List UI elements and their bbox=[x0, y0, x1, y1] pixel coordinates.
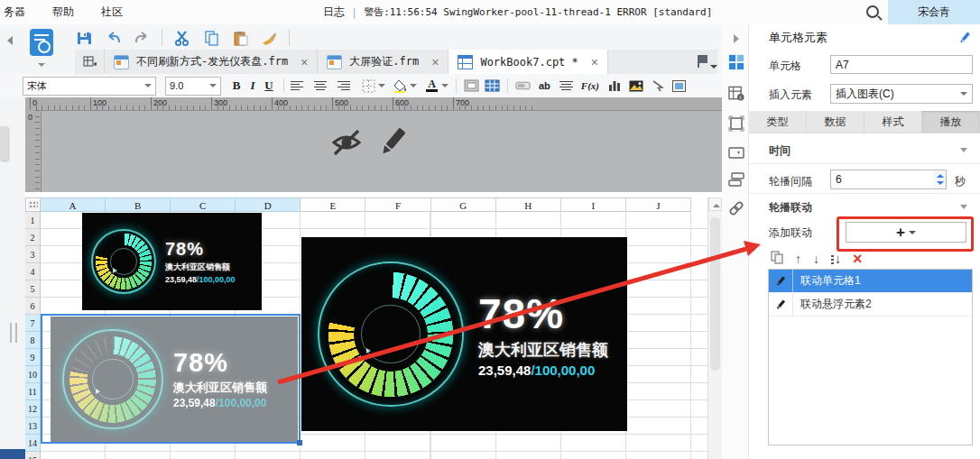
vertical-scrollbar[interactable] bbox=[707, 197, 723, 459]
edit-pencil-icon[interactable] bbox=[769, 270, 793, 292]
user-account-button[interactable]: 宋会青 bbox=[888, 0, 980, 24]
row-header[interactable]: 4 bbox=[25, 263, 41, 280]
condition-attributes-panel-icon[interactable] bbox=[728, 171, 744, 188]
row-header[interactable]: 2 bbox=[25, 229, 41, 246]
gauge-image-cell-b2[interactable]: 78% 澳大利亚区销售额 23,59,48/100,00,00 bbox=[82, 213, 262, 310]
edit-title-pencil-icon[interactable] bbox=[958, 32, 971, 47]
delete-linkage-icon[interactable]: × bbox=[853, 251, 863, 267]
italic-button[interactable]: I bbox=[245, 78, 261, 93]
font-family-select[interactable]: 宋体 bbox=[23, 77, 156, 96]
borders-button[interactable] bbox=[361, 79, 376, 93]
carousel-linkage-section-header[interactable]: 轮播联动 bbox=[769, 200, 812, 216]
panel-tab[interactable]: 样式 bbox=[864, 111, 922, 133]
menu-item[interactable]: 社区 bbox=[101, 5, 123, 20]
scrollbar-thumb[interactable] bbox=[710, 217, 720, 371]
rich-text-button[interactable] bbox=[559, 81, 573, 91]
menu-item[interactable]: 帮助 bbox=[52, 5, 74, 20]
carousel-interval-input[interactable]: 6 bbox=[830, 170, 935, 189]
search-icon[interactable] bbox=[866, 5, 879, 18]
row-header[interactable]: 14 bbox=[25, 435, 41, 452]
column-header[interactable]: A bbox=[41, 197, 106, 212]
row-header[interactable]: 9 bbox=[25, 349, 41, 366]
fill-color-button[interactable] bbox=[393, 79, 408, 93]
bold-button[interactable]: B bbox=[228, 78, 245, 93]
row-header[interactable]: 1 bbox=[25, 212, 41, 229]
redo-button[interactable] bbox=[133, 29, 151, 47]
cell-selection-border[interactable] bbox=[41, 314, 300, 444]
row-header[interactable]: 7 bbox=[25, 315, 41, 332]
format-painter-button[interactable] bbox=[260, 29, 278, 47]
sort-order-icon[interactable]: ↓ bbox=[831, 252, 841, 266]
row-header[interactable]: 11 bbox=[25, 383, 41, 400]
cell-element-panel-icon[interactable] bbox=[728, 54, 744, 70]
column-header[interactable]: E bbox=[300, 197, 365, 212]
document-tab[interactable]: WorkBook7.cpt * × bbox=[448, 50, 608, 74]
image-insert-button[interactable] bbox=[628, 79, 643, 93]
text-content-button[interactable]: ab bbox=[539, 80, 550, 91]
panel-tab[interactable]: 数据 bbox=[807, 111, 864, 133]
collapse-section-icon[interactable] bbox=[960, 148, 967, 152]
align-center-button[interactable] bbox=[314, 81, 327, 91]
column-header[interactable]: J bbox=[626, 197, 691, 212]
hyperlink-panel-icon[interactable] bbox=[728, 200, 744, 216]
panel-drag-handle[interactable] bbox=[0, 126, 8, 161]
column-header[interactable]: I bbox=[561, 197, 626, 212]
save-button[interactable] bbox=[75, 29, 93, 47]
cell-reference-input[interactable]: A7 bbox=[830, 55, 973, 74]
log-label[interactable]: 日志 bbox=[323, 5, 345, 20]
column-header[interactable]: C bbox=[171, 197, 236, 212]
collapse-section-icon[interactable] bbox=[960, 205, 967, 209]
font-size-select[interactable]: 9.0 bbox=[165, 77, 221, 96]
edit-pencil-icon[interactable] bbox=[769, 293, 793, 316]
chart-insert-button[interactable] bbox=[606, 79, 622, 93]
scroll-up-icon[interactable] bbox=[708, 197, 722, 211]
menu-item[interactable]: 务器 bbox=[4, 5, 25, 20]
close-icon[interactable]: × bbox=[300, 55, 308, 69]
column-header[interactable]: B bbox=[106, 197, 171, 212]
cell-attribute-panel-icon[interactable]: i bbox=[728, 86, 744, 102]
panel-tab[interactable]: 类型 bbox=[749, 111, 807, 133]
move-up-icon[interactable]: ↑ bbox=[795, 252, 801, 265]
row-header[interactable]: 3 bbox=[25, 246, 41, 263]
select-all-corner[interactable] bbox=[25, 197, 41, 212]
linkage-list-item[interactable]: 联动单元格1 bbox=[769, 270, 972, 293]
subreport-insert-button[interactable] bbox=[671, 79, 687, 93]
splitter-handle[interactable] bbox=[10, 323, 17, 343]
move-down-icon[interactable]: ↓ bbox=[813, 252, 819, 265]
interval-stepper[interactable] bbox=[934, 170, 947, 189]
template-dropdown-caret-icon[interactable] bbox=[38, 63, 45, 67]
merge-cells-button[interactable] bbox=[464, 79, 479, 93]
hide-area-eye-off-icon[interactable] bbox=[330, 128, 363, 160]
paste-button[interactable] bbox=[231, 29, 249, 47]
tab-list-dropdown-icon[interactable] bbox=[698, 54, 717, 70]
template-report-icon[interactable] bbox=[30, 29, 53, 56]
borders-dropdown-caret-icon[interactable] bbox=[378, 84, 385, 87]
copy-linkage-icon[interactable] bbox=[771, 251, 783, 267]
row-header[interactable]: 10 bbox=[25, 366, 41, 383]
underline-button[interactable]: U bbox=[261, 78, 277, 93]
gauge-image-preview-large[interactable]: 78% 澳大利亚区销售额 23,59,48/100,00,00 bbox=[301, 237, 627, 431]
cut-button[interactable] bbox=[173, 29, 191, 47]
align-left-button[interactable] bbox=[291, 81, 303, 91]
column-header[interactable]: F bbox=[365, 197, 430, 212]
report-header-canvas[interactable] bbox=[25, 97, 722, 192]
column-header[interactable]: H bbox=[496, 197, 561, 212]
font-color-dropdown-caret-icon[interactable] bbox=[441, 84, 448, 87]
align-right-button[interactable] bbox=[337, 81, 350, 91]
fill-color-dropdown-caret-icon[interactable] bbox=[410, 84, 417, 87]
text-field-widget-button[interactable] bbox=[515, 79, 531, 93]
document-tab[interactable]: 大屏验证.frm × bbox=[318, 50, 448, 74]
row-header[interactable]: 5 bbox=[25, 280, 41, 298]
close-icon[interactable]: × bbox=[591, 55, 598, 69]
document-tab[interactable]: 不同刷新方式-发光仪表盘.frm × bbox=[105, 50, 318, 74]
copy-button[interactable] bbox=[202, 29, 220, 47]
row-header[interactable]: 13 bbox=[25, 418, 41, 435]
time-section-header[interactable]: 时间 bbox=[769, 143, 790, 159]
new-template-tab-icon[interactable] bbox=[75, 50, 105, 74]
pointer-tool-icon[interactable] bbox=[650, 79, 665, 93]
font-color-button[interactable]: A bbox=[424, 79, 439, 93]
row-header[interactable]: 8 bbox=[25, 332, 41, 349]
column-header[interactable]: G bbox=[431, 197, 496, 212]
unmerge-cells-button[interactable] bbox=[485, 79, 500, 93]
expand-panel-icon[interactable] bbox=[728, 31, 744, 47]
